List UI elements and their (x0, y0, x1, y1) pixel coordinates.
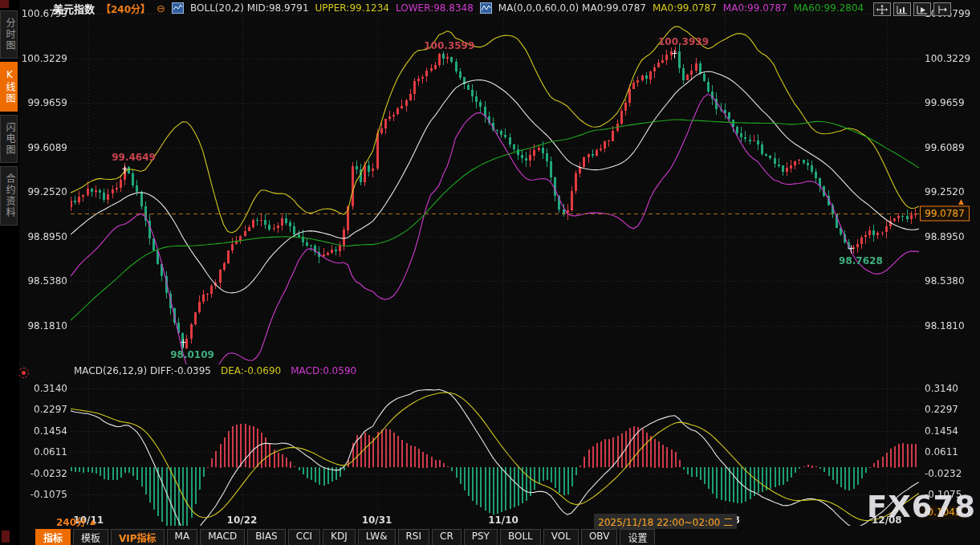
toolbar-item[interactable]: VOL (543, 529, 579, 545)
boll-lower-value: LOWER:98.8348 (396, 2, 474, 14)
collapse-icon[interactable]: ⊖ (157, 2, 165, 14)
toolbar-item[interactable]: CR (432, 529, 462, 545)
toolbar-item[interactable]: MA (167, 529, 198, 545)
macd-diff-value: MACD(26,12,9) DIFF:-0.0395 (74, 365, 211, 376)
sidebar-tab[interactable]: 分时图 (0, 10, 18, 59)
sidebar-tab[interactable]: K线图 (0, 62, 18, 112)
toolbar-item[interactable]: RSI (398, 529, 430, 545)
toolbar-item[interactable]: PSY (464, 529, 498, 545)
toolbar-item[interactable]: KDJ (323, 529, 356, 545)
trading-app: 分时图K线图闪电图合约资料 美元指数 【240分】 ⊖ BOLL(20,2) M… (0, 0, 980, 545)
indicator-header: 美元指数 【240分】 ⊖ BOLL(20,2) MID:98.9791 UPP… (53, 2, 864, 14)
toolbar-item[interactable]: VIP指标 (111, 529, 165, 545)
ma0-yellow-value: MA0:99.0787 (653, 2, 717, 14)
toolbar-corner-block (2, 531, 10, 543)
sidebar-tab[interactable]: 合约资料 (0, 166, 18, 226)
toolbar-item[interactable]: BIAS (247, 529, 286, 545)
toolbar-item[interactable]: BOLL (500, 529, 541, 545)
macd-last-value-label: -0.1043 (920, 506, 965, 519)
auto-scroll-icon[interactable] (913, 2, 931, 16)
indicator-settings-icon[interactable] (18, 368, 29, 378)
shift-right-icon[interactable] (933, 2, 951, 16)
toolbar-item[interactable]: MACD (200, 529, 245, 545)
ma60-value: MA60:99.2804 (794, 2, 864, 14)
toolbar-item[interactable]: 指标 (35, 529, 71, 545)
last-price-arrow-icon: ▲ (958, 197, 964, 205)
macd-header: MACD(26,12,9) DIFF:-0.0395 DEA:-0.0690 M… (74, 365, 356, 376)
sidebar-corner-block (0, 0, 9, 8)
dropup-arrow-icon: ▲ (90, 518, 96, 526)
boll-indicator-icon[interactable] (172, 2, 184, 14)
price-chart-canvas[interactable] (0, 0, 980, 545)
period-selector[interactable]: 240分 ▲ (56, 514, 96, 528)
toolbar-item[interactable]: CCI (288, 529, 320, 545)
toolbar-item[interactable]: OBV (581, 529, 618, 545)
toolbar-item[interactable]: LW& (358, 529, 396, 545)
pan-crosshair-icon[interactable] (873, 2, 891, 16)
macd-value: MACD:0.0590 (291, 365, 356, 376)
boll-upper-value: UPPER:99.1234 (315, 2, 389, 14)
symbol-name: 美元指数 (53, 1, 95, 16)
macd-dea-value: DEA:-0.0690 (221, 365, 281, 376)
ma-values: MA(0,0,0,60,0,0) MA0:99.0787 (498, 2, 646, 14)
chart-tools (873, 2, 951, 16)
ma-indicator-icon[interactable] (480, 2, 492, 14)
ma0-magenta-value: MA0:99.0787 (723, 2, 787, 14)
toolbar-item[interactable]: 模板 (73, 529, 108, 545)
period-badge: 【240分】 (101, 2, 150, 15)
crosshair-date-label: 2025/11/18 22:00~02:00 二 (594, 514, 737, 529)
zoom-fit-icon[interactable] (893, 2, 911, 16)
left-sidebar: 分时图K线图闪电图合约资料 (0, 0, 19, 545)
indicator-toolbar: 指标模板VIP指标MAMACDBIASCCIKDJLW&RSICRPSYBOLL… (35, 529, 655, 545)
last-price-label: 99.0787 (920, 206, 970, 222)
toolbar-item[interactable]: 设置 (620, 529, 655, 545)
period-text: 240分 (56, 514, 86, 528)
boll-values: BOLL(20,2) MID:98.9791 (190, 2, 309, 14)
sidebar-tab[interactable]: 闪电图 (0, 115, 18, 163)
